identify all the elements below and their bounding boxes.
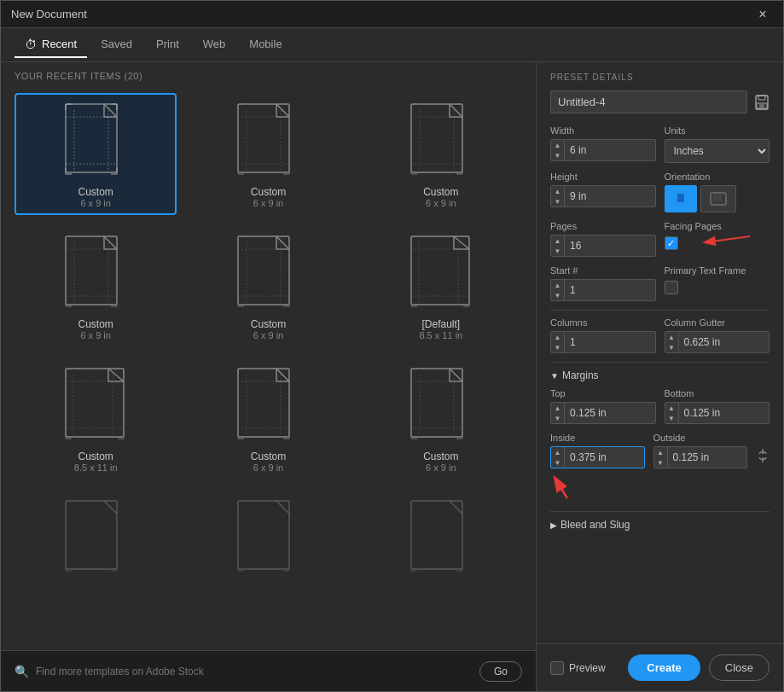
preset-details-panel: PRESET DETAILS	[537, 62, 783, 643]
bottom-input[interactable]	[679, 404, 769, 422]
pages-label: Pages	[550, 221, 656, 231]
outside-input[interactable]	[668, 448, 747, 467]
template-item[interactable]: Custom 6 x 9 in	[360, 93, 522, 215]
gutter-up-button[interactable]: ▲	[665, 332, 678, 342]
template-name: Custom	[78, 186, 113, 198]
columns-input[interactable]	[565, 333, 655, 352]
doc-icon	[234, 232, 302, 313]
column-gutter-input[interactable]	[679, 333, 769, 352]
height-input[interactable]	[565, 187, 655, 206]
inside-outside-container: Inside ▲ ▼	[550, 433, 769, 468]
height-orientation-row: Height ▲ ▼ Orientation	[550, 172, 769, 212]
top-down-button[interactable]: ▼	[551, 413, 564, 423]
svg-rect-146	[757, 103, 767, 108]
tabs-bar: ⏱ Recent Saved Print Web Mobile	[1, 28, 783, 62]
inside-up-button[interactable]: ▲	[551, 447, 564, 457]
width-down-button[interactable]: ▼	[551, 150, 564, 160]
preview-label: Preview	[569, 662, 606, 674]
doc-icon	[61, 100, 130, 181]
primary-text-frame-label: Primary Text Frame	[665, 265, 770, 276]
bottom-bar: Preview Create Close	[537, 643, 783, 691]
primary-text-frame-checkbox[interactable]	[665, 281, 678, 294]
portrait-button[interactable]	[665, 185, 697, 212]
units-select[interactable]: Inches Millimeters Centimeters Points Pi…	[665, 139, 770, 163]
create-button[interactable]: Create	[628, 654, 700, 681]
template-item[interactable]: Custom 6 x 9 in	[187, 225, 349, 347]
close-dialog-button[interactable]: ×	[752, 4, 773, 25]
width-input[interactable]	[565, 141, 655, 160]
margins-header[interactable]: ▼ Margins	[550, 369, 769, 381]
bleed-slug-label: Bleed and Slug	[560, 519, 630, 531]
start-input[interactable]	[565, 281, 655, 299]
bottom-up-button[interactable]: ▲	[665, 403, 678, 413]
width-spinners: ▲ ▼	[551, 140, 565, 160]
outside-down-button[interactable]: ▼	[654, 457, 667, 468]
template-item[interactable]: Custom 6 x 9 in	[360, 358, 522, 480]
facing-pages-checkbox[interactable]: ✓	[665, 236, 678, 250]
template-name: Custom	[78, 318, 113, 330]
top-up-button[interactable]: ▲	[551, 403, 564, 413]
svg-rect-145	[758, 96, 765, 100]
columns-group: Columns ▲ ▼	[550, 317, 656, 353]
height-up-button[interactable]: ▲	[551, 186, 564, 196]
svg-rect-135	[411, 501, 462, 569]
pages-input[interactable]	[565, 236, 655, 255]
outside-up-button[interactable]: ▲	[654, 447, 667, 457]
pages-up-button[interactable]: ▲	[551, 236, 564, 246]
height-group: Height ▲ ▼	[550, 172, 656, 212]
start-up-button[interactable]: ▲	[551, 280, 564, 290]
svg-rect-65	[411, 236, 469, 305]
template-item[interactable]: Custom 8.5 x 11 in	[15, 358, 177, 480]
tab-mobile[interactable]: Mobile	[239, 32, 292, 57]
pages-down-button[interactable]: ▼	[551, 246, 564, 256]
columns-label: Columns	[550, 317, 656, 328]
bleed-slug-header[interactable]: ▶ Bleed and Slug	[550, 519, 769, 531]
template-item[interactable]	[360, 490, 522, 590]
top-input[interactable]	[565, 404, 655, 422]
bottom-down-button[interactable]: ▼	[665, 413, 678, 423]
search-bar: 🔍 Go	[1, 650, 536, 691]
gutter-down-button[interactable]: ▼	[665, 342, 678, 352]
template-item[interactable]: Custom 6 x 9 in	[187, 358, 349, 480]
inside-input[interactable]	[565, 448, 644, 467]
save-preset-button[interactable]	[754, 95, 769, 110]
columns-down-button[interactable]: ▼	[551, 342, 564, 352]
template-item[interactable]	[15, 490, 177, 590]
landscape-button[interactable]	[700, 185, 736, 212]
top-input-wrap: ▲ ▼	[550, 402, 656, 424]
go-button[interactable]: Go	[479, 661, 522, 682]
link-margins-button[interactable]	[756, 447, 769, 467]
template-size: 6 x 9 in	[253, 198, 283, 208]
template-size: 6 x 9 in	[253, 330, 283, 340]
left-panel: YOUR RECENT ITEMS (20)	[1, 62, 536, 691]
tab-recent[interactable]: ⏱ Recent	[15, 32, 87, 58]
tab-web[interactable]: Web	[193, 32, 236, 57]
column-gutter-label: Column Gutter	[665, 317, 770, 328]
width-up-button[interactable]: ▲	[551, 140, 564, 150]
doc-icon	[61, 232, 130, 313]
close-button[interactable]: Close	[709, 654, 769, 681]
tab-saved[interactable]: Saved	[90, 32, 142, 57]
search-input[interactable]	[36, 666, 473, 677]
outside-label: Outside	[653, 433, 748, 443]
preview-checkbox[interactable]	[550, 661, 564, 675]
start-down-button[interactable]: ▼	[551, 290, 564, 300]
start-input-wrap: ▲ ▼	[550, 279, 656, 301]
inside-down-button[interactable]: ▼	[551, 457, 564, 468]
tab-print[interactable]: Print	[146, 32, 189, 57]
template-size: 8.5 x 11 in	[74, 462, 118, 473]
template-item[interactable]: [Default] 8.5 x 11 in	[360, 225, 522, 347]
bottom-input-wrap: ▲ ▼	[665, 402, 770, 424]
units-label: Units	[665, 125, 770, 136]
template-item[interactable]: Custom 6 x 9 in	[15, 225, 177, 347]
svg-rect-104	[411, 369, 462, 437]
preset-name-input[interactable]	[550, 90, 747, 113]
template-item[interactable]: Custom 6 x 9 in	[15, 93, 177, 215]
template-item[interactable]: Custom 6 x 9 in	[187, 93, 349, 215]
top-label: Top	[550, 388, 656, 398]
preset-name-row	[550, 90, 769, 113]
columns-up-button[interactable]: ▲	[551, 332, 564, 342]
template-item[interactable]	[187, 490, 349, 590]
column-gutter-group: Column Gutter ▲ ▼	[665, 317, 770, 353]
height-down-button[interactable]: ▼	[551, 196, 564, 206]
